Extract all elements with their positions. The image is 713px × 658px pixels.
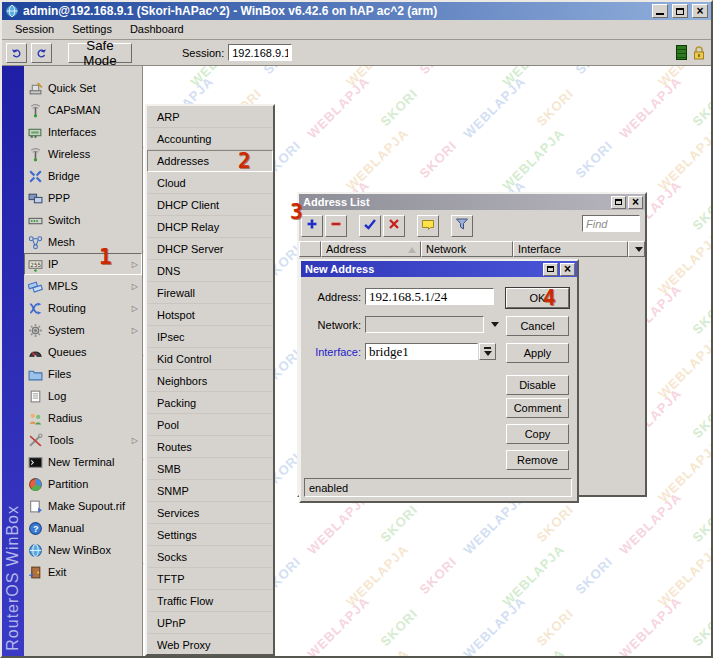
- ip-menu-item-hotspot[interactable]: Hotspot: [147, 304, 273, 326]
- ip-menu-item-packing[interactable]: Packing: [147, 392, 273, 414]
- close-button[interactable]: ×: [692, 4, 708, 18]
- sidebar-item-label: Quick Set: [48, 82, 96, 94]
- apply-button[interactable]: Apply: [506, 343, 569, 363]
- address-list-maximize-button[interactable]: [611, 196, 626, 209]
- ip-menu-item-ipsec[interactable]: IPsec: [147, 326, 273, 348]
- ip-menu-item-tftp[interactable]: TFTP: [147, 568, 273, 590]
- undo-button[interactable]: [6, 43, 27, 63]
- maximize-button[interactable]: [672, 4, 688, 18]
- ip-menu-item-smb[interactable]: SMB: [147, 458, 273, 480]
- ip-menu-item-firewall[interactable]: Firewall: [147, 282, 273, 304]
- sidebar-item-files[interactable]: Files: [24, 363, 142, 385]
- ppp-icon: [28, 191, 43, 206]
- menu-settings[interactable]: Settings: [63, 21, 121, 38]
- column-menu-button[interactable]: [628, 241, 645, 257]
- sidebar-item-new-terminal[interactable]: New Terminal: [24, 451, 142, 473]
- column-header-network[interactable]: Network: [421, 241, 513, 257]
- ip-menu-item-dns[interactable]: DNS: [147, 260, 273, 282]
- interface-dropdown-button[interactable]: [479, 343, 496, 360]
- sidebar-item-wireless[interactable]: Wireless: [24, 143, 142, 165]
- ip-menu-item-services[interactable]: Services: [147, 502, 273, 524]
- sidebar-item-exit[interactable]: Exit: [24, 561, 142, 583]
- find-input[interactable]: [582, 215, 640, 232]
- ip-menu-item-dhcp-client[interactable]: DHCP Client: [147, 194, 273, 216]
- new-address-close-button[interactable]: ×: [560, 263, 575, 276]
- disable-button[interactable]: Disable: [506, 375, 569, 395]
- sidebar-item-quick-set[interactable]: Quick Set: [24, 77, 142, 99]
- ip-menu-item-socks[interactable]: Socks: [147, 546, 273, 568]
- sidebar-item-make-supout-rif[interactable]: Make Supout.rif: [24, 495, 142, 517]
- ip-menu-item-arp[interactable]: ARP: [147, 106, 273, 128]
- sidebar-item-tools[interactable]: Tools▷: [24, 429, 142, 451]
- filter-button[interactable]: [451, 215, 473, 237]
- ip-menu-item-upnp[interactable]: UPnP: [147, 612, 273, 634]
- ip-menu-item-addresses[interactable]: Addresses: [147, 150, 273, 172]
- ip-menu-item-pool[interactable]: Pool: [147, 414, 273, 436]
- chevron-down-icon: [635, 247, 643, 252]
- sidebar-item-switch[interactable]: Switch: [24, 209, 142, 231]
- ip-menu-item-cloud[interactable]: Cloud: [147, 172, 273, 194]
- sidebar-item-mpls[interactable]: MPLS▷: [24, 275, 142, 297]
- comment-button[interactable]: Comment: [506, 398, 569, 418]
- comment-button[interactable]: [417, 215, 439, 237]
- sidebar-item-routing[interactable]: Routing▷: [24, 297, 142, 319]
- safe-mode-button[interactable]: Safe Mode: [68, 43, 132, 63]
- sidebar-item-new-winbox[interactable]: New WinBox: [24, 539, 142, 561]
- ip-menu-item-dhcp-server[interactable]: DHCP Server: [147, 238, 273, 260]
- address-list-toolbar: [299, 210, 645, 238]
- address-list-close-button[interactable]: ×: [628, 196, 643, 209]
- session-field[interactable]: [228, 44, 292, 61]
- address-list-titlebar[interactable]: Address List ×: [299, 194, 645, 210]
- interface-combo[interactable]: bridge1: [365, 343, 478, 360]
- redo-button[interactable]: [31, 43, 52, 63]
- ip-menu-item-settings[interactable]: Settings: [147, 524, 273, 546]
- sidebar-item-mesh[interactable]: Mesh: [24, 231, 142, 253]
- ip-menu-item-routes[interactable]: Routes: [147, 436, 273, 458]
- disable-button[interactable]: [383, 215, 405, 237]
- network-dropdown[interactable]: [365, 316, 484, 333]
- column-header-row-select[interactable]: [299, 241, 321, 257]
- address-input[interactable]: [365, 288, 494, 305]
- ip-menu-item-dhcp-relay[interactable]: DHCP Relay: [147, 216, 273, 238]
- column-header-address[interactable]: Address: [321, 241, 421, 257]
- sidebar-item-radius[interactable]: Radius: [24, 407, 142, 429]
- new-address-titlebar[interactable]: New Address ×: [301, 261, 577, 277]
- sidebar-item-ppp[interactable]: PPP: [24, 187, 142, 209]
- sidebar-item-interfaces[interactable]: Interfaces: [24, 121, 142, 143]
- sidebar-item-queues[interactable]: Queues: [24, 341, 142, 363]
- new-address-maximize-button[interactable]: [543, 263, 558, 276]
- enable-button[interactable]: [359, 215, 381, 237]
- sidebar-item-ip[interactable]: 255IP▷: [24, 253, 142, 275]
- ip-menu-item-snmp[interactable]: SNMP: [147, 480, 273, 502]
- minimize-icon: [656, 12, 664, 15]
- copy-button[interactable]: Copy: [506, 424, 569, 444]
- remove-button[interactable]: Remove: [506, 450, 569, 470]
- address-list-title: Address List: [301, 196, 609, 208]
- ip-menu-item-neighbors[interactable]: Neighbors: [147, 370, 273, 392]
- menu-session[interactable]: Session: [6, 21, 63, 38]
- sidebar-item-partition[interactable]: Partition: [24, 473, 142, 495]
- ip-menu-item-traffic-flow[interactable]: Traffic Flow: [147, 590, 273, 612]
- add-button[interactable]: [301, 215, 323, 237]
- menu-dashboard[interactable]: Dashboard: [121, 21, 193, 38]
- sidebar-item-manual[interactable]: ?Manual: [24, 517, 142, 539]
- sort-ascending-icon: [408, 247, 416, 253]
- remove-button[interactable]: [325, 215, 347, 237]
- sidebar-item-bridge[interactable]: Bridge: [24, 165, 142, 187]
- ip-menu-item-kid-control[interactable]: Kid Control: [147, 348, 273, 370]
- ip-menu-item-accounting[interactable]: Accounting: [147, 128, 273, 150]
- ok-button[interactable]: OK: [506, 288, 569, 308]
- sidebar-item-system[interactable]: System▷: [24, 319, 142, 341]
- sidebar-item-capsman[interactable]: CAPsMAN: [24, 99, 142, 121]
- new-address-dialog: New Address × Address: Network: Interfac…: [299, 259, 579, 503]
- network-dropdown-arrow-icon[interactable]: [491, 322, 499, 327]
- main-titlebar[interactable]: admin@192.168.9.1 (Skori-hAPac^2) - WinB…: [2, 2, 711, 20]
- sidebar-item-log[interactable]: Log: [24, 385, 142, 407]
- sidebar-item-label: Tools: [48, 434, 74, 446]
- address-field-row: Address:: [305, 288, 494, 305]
- minimize-button[interactable]: [652, 4, 668, 18]
- column-header-interface[interactable]: Interface: [513, 241, 628, 257]
- sidebar-item-label: Partition: [48, 478, 88, 490]
- ip-menu-item-web-proxy[interactable]: Web Proxy: [147, 634, 273, 656]
- cancel-button[interactable]: Cancel: [506, 316, 569, 336]
